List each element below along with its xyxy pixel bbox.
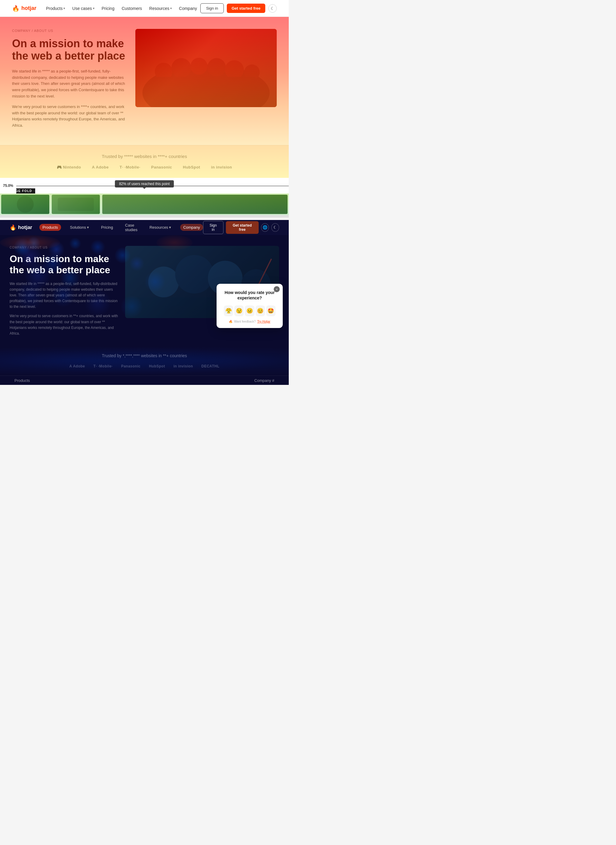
svg-point-8 bbox=[17, 196, 34, 213]
hero-title: On a mission to make the web a better pl… bbox=[12, 37, 126, 62]
breadcrumb: COMPANY / ABOUT US bbox=[12, 29, 126, 32]
logo-invision: in invision bbox=[211, 165, 232, 169]
bottom-nav-logo[interactable]: 🔥 hotjar bbox=[10, 224, 32, 231]
emoji-sad[interactable]: 😟 bbox=[234, 306, 243, 316]
bottom-trusted-text: Trusted by *,****,**** websites in **+ c… bbox=[10, 353, 279, 358]
strip-1 bbox=[1, 195, 49, 214]
nav-logo[interactable]: 🔥 hotjar bbox=[12, 5, 37, 12]
globe-icon-button[interactable]: 🌐 bbox=[261, 223, 269, 232]
below-fold-strips bbox=[0, 194, 289, 215]
fold-percentage: 75.0% bbox=[0, 178, 16, 194]
logo-panasonic: Panasonic bbox=[151, 165, 172, 169]
logo-nintendo: 🎮 Nintendo bbox=[57, 165, 81, 169]
feedback-footer-text: Want feedback? bbox=[234, 320, 256, 323]
team-photo-image bbox=[135, 29, 277, 107]
nav-link-company[interactable]: Company bbox=[179, 6, 197, 11]
bottom-logo-hubspot: HubSpot bbox=[149, 364, 165, 368]
try-hotjar-link[interactable]: Try Hotjar bbox=[257, 320, 270, 323]
fold-reach-tooltip: 82% of users reached this point bbox=[115, 180, 174, 188]
svg-rect-7 bbox=[157, 77, 256, 105]
feedback-widget: × How would you rate your experience? 😤 … bbox=[217, 284, 283, 328]
bottom-hero-title: On a mission to make the web a better pl… bbox=[10, 253, 118, 276]
bottom-nav-solutions[interactable]: Solutions ▾ bbox=[67, 224, 92, 231]
bottom-getstarted-button[interactable]: Get started free bbox=[226, 221, 259, 234]
logo-text-dark: hotjar bbox=[18, 225, 32, 231]
products-column-label: Products bbox=[10, 376, 35, 385]
chevron-down-icon: ▾ bbox=[93, 7, 94, 10]
bottom-hero-text: COMPANY / ABOUT US On a mission to make … bbox=[10, 246, 118, 340]
hero-wrapper: COMPANY / ABOUT US On a mission to make … bbox=[0, 17, 289, 145]
products-label-col: Products bbox=[10, 378, 144, 383]
dark-mode-toggle[interactable]: ☾ bbox=[268, 4, 277, 13]
moon-icon: ☾ bbox=[271, 6, 274, 11]
svg-rect-9 bbox=[58, 198, 94, 211]
feedback-emojis: 😤 😟 😐 😊 🤩 bbox=[224, 306, 276, 316]
svg-point-2 bbox=[172, 58, 191, 78]
chevron-down-icon: ▾ bbox=[87, 225, 89, 229]
nav-links: Products ▾ Use cases ▾ Pricing Customers… bbox=[46, 6, 200, 11]
bottom-trusted: Trusted by *,****,**** websites in **+ c… bbox=[0, 346, 289, 376]
click-heatmap-section: 🔥 hotjar Products Solutions ▾ Pricing Ca… bbox=[0, 220, 289, 385]
scroll-heatmap-section: 🔥 hotjar Products ▾ Use cases ▾ Pricing … bbox=[0, 0, 289, 215]
feedback-footer: 🔥 Want feedback? Try Hotjar bbox=[224, 320, 276, 323]
svg-point-4 bbox=[208, 58, 226, 76]
fold-indicator: 75.0% 82% of users reached this point AV… bbox=[0, 178, 289, 194]
section-divider bbox=[0, 215, 289, 217]
feedback-close-button[interactable]: × bbox=[274, 286, 280, 292]
hero-team-photo bbox=[135, 29, 277, 107]
emoji-neutral[interactable]: 😐 bbox=[245, 306, 254, 316]
chevron-down-icon: ▾ bbox=[170, 7, 172, 10]
moon-icon-bottom: ☾ bbox=[273, 225, 277, 229]
trusted-text: Trusted by ***** websites in ****+ count… bbox=[12, 154, 277, 159]
bottom-signin-button[interactable]: Sign in bbox=[203, 221, 223, 234]
bottom-trusted-wrapper: Trusted by *,****,**** websites in **+ c… bbox=[0, 346, 289, 376]
svg-point-5 bbox=[225, 60, 243, 79]
bottom-logo-panasonic: Panasonic bbox=[121, 364, 141, 368]
hotjar-flame-icon: 🔥 bbox=[12, 5, 19, 12]
globe-icon: 🌐 bbox=[263, 225, 267, 229]
trusted-wrapper: Trusted by ***** websites in ****+ count… bbox=[0, 145, 289, 178]
bottom-logo-invision: in invision bbox=[173, 364, 193, 368]
hotjar-small-logo: 🔥 bbox=[229, 320, 233, 323]
company-hash-column-label: Company # bbox=[250, 376, 279, 385]
bottom-nav-pricing[interactable]: Pricing bbox=[98, 224, 116, 231]
strip-3 bbox=[102, 195, 287, 214]
nav-link-customers[interactable]: Customers bbox=[122, 6, 142, 11]
bottom-logo-decathlon: DECATHL bbox=[201, 364, 220, 368]
below-fold-section bbox=[0, 194, 289, 215]
nav-link-resources[interactable]: Resources ▾ bbox=[149, 6, 172, 11]
hero-text: COMPANY / ABOUT US On a mission to make … bbox=[12, 29, 126, 133]
tooltip-arrow bbox=[143, 188, 146, 189]
chevron-down-icon: ▾ bbox=[63, 7, 65, 10]
chevron-down-icon: ▾ bbox=[169, 225, 171, 229]
strip-2 bbox=[52, 195, 100, 214]
bottom-logo-adobe: A Adobe bbox=[69, 364, 85, 368]
nav-link-usecases[interactable]: Use cases ▾ bbox=[72, 6, 94, 11]
bottom-nav-resources[interactable]: Resources ▾ bbox=[147, 224, 174, 231]
nav-link-products[interactable]: Products ▾ bbox=[46, 6, 65, 11]
hero-content-area: COMPANY / ABOUT US On a mission to make … bbox=[0, 17, 289, 145]
bottom-nav-products[interactable]: Products bbox=[40, 224, 61, 231]
trusted-logos: 🎮 Nintendo A Adobe T· ·Mobile· Panasonic… bbox=[12, 165, 277, 169]
signin-button[interactable]: Sign in bbox=[200, 3, 224, 13]
bottom-nav-casestudies[interactable]: Case studies bbox=[122, 222, 141, 233]
website-mockup-top: 🔥 hotjar Products ▾ Use cases ▾ Pricing … bbox=[0, 0, 289, 215]
hero-desc-2: We're very proud to serve customers in *… bbox=[12, 104, 126, 129]
bottom-hero-desc-2: We're very proud to serve customers in *… bbox=[10, 313, 118, 337]
dark-mode-toggle-bottom[interactable]: ☾ bbox=[271, 223, 279, 232]
feedback-question: How would you rate your experience? bbox=[224, 290, 276, 301]
nav-link-pricing[interactable]: Pricing bbox=[102, 6, 114, 11]
logo-adobe: A Adobe bbox=[92, 165, 109, 169]
hotjar-flame-icon-dark: 🔥 bbox=[10, 224, 16, 231]
website-mockup-bottom: 🔥 hotjar Products Solutions ▾ Pricing Ca… bbox=[0, 220, 289, 385]
data-labels-row: Products Company # bbox=[0, 376, 289, 385]
bottom-trusted-logos: A Adobe T· ·Mobile· Panasonic HubSpot in… bbox=[10, 364, 279, 368]
emoji-happy[interactable]: 😊 bbox=[256, 306, 265, 316]
bottom-nav-company[interactable]: Company bbox=[180, 224, 203, 231]
logo-text: hotjar bbox=[21, 5, 37, 12]
emoji-angry[interactable]: 😤 bbox=[224, 306, 233, 316]
bottom-nav: 🔥 hotjar Products Solutions ▾ Pricing Ca… bbox=[0, 220, 289, 235]
emoji-love[interactable]: 🤩 bbox=[266, 306, 276, 316]
svg-point-11 bbox=[148, 267, 179, 297]
getstarted-button[interactable]: Get started free bbox=[227, 4, 265, 13]
